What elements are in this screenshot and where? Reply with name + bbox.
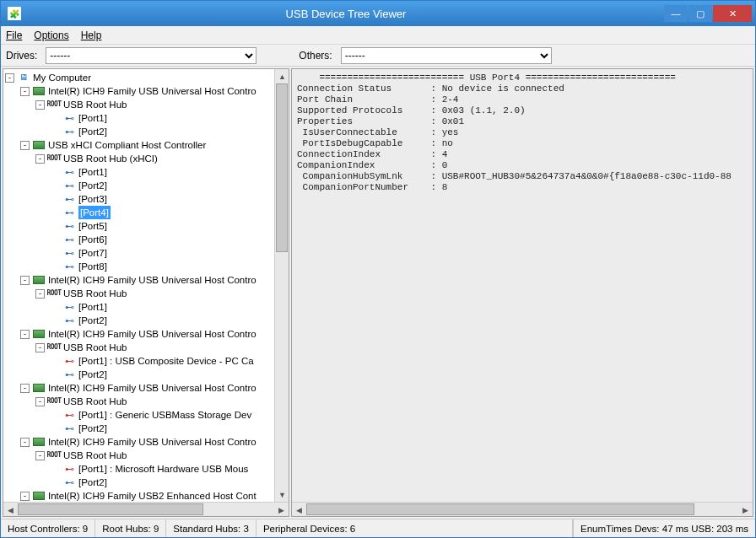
tree-row[interactable]: ⊷[Port5] <box>5 219 274 233</box>
tree-label[interactable]: USB Root Hub <box>63 341 127 354</box>
others-dropdown[interactable]: ------ <box>341 47 552 64</box>
scroll-down-icon[interactable]: ▼ <box>275 487 289 502</box>
device-tree[interactable]: -🖥My Computer-Intel(R) ICH9 Family USB U… <box>3 69 274 502</box>
maximize-button[interactable]: ▢ <box>688 5 712 22</box>
collapse-icon[interactable]: - <box>5 73 14 83</box>
menu-options[interactable]: Options <box>34 30 68 41</box>
menu-file[interactable]: File <box>6 30 22 41</box>
collapse-icon[interactable]: - <box>20 330 30 339</box>
tree-label[interactable]: [Port2] <box>78 368 107 381</box>
tree-label[interactable]: [Port2] <box>78 314 107 327</box>
tree-row[interactable]: -ROOTUSB Root Hub <box>5 341 274 354</box>
tree-label[interactable]: [Port1] : Generic USBMass Storage Dev <box>78 408 251 422</box>
tree-row[interactable]: -🖥My Computer <box>5 71 274 84</box>
tree-label[interactable]: [Port1] : USB Composite Device - PC Ca <box>78 354 254 368</box>
tree-label[interactable]: USB xHCI Compliant Host Controller <box>48 138 206 152</box>
collapse-icon[interactable]: - <box>35 289 45 299</box>
tree-vscrollbar[interactable]: ▲ ▼ <box>274 69 289 502</box>
tree-label[interactable]: [Port2] <box>78 422 107 435</box>
tree-row[interactable]: -USB xHCI Compliant Host Controller <box>5 138 274 152</box>
tree-row[interactable]: -ROOTUSB Root Hub <box>5 395 274 408</box>
scroll-up-icon[interactable]: ▲ <box>275 69 289 83</box>
tree-label[interactable]: [Port8] <box>78 260 107 273</box>
tree-row[interactable]: -ROOTUSB Root Hub <box>5 449 274 462</box>
tree-label[interactable]: Intel(R) ICH9 Family USB Universal Host … <box>48 84 256 98</box>
scroll-thumb[interactable] <box>276 83 288 252</box>
tree-label[interactable]: Intel(R) ICH9 Family USB Universal Host … <box>48 273 256 287</box>
tree-label[interactable]: [Port4] <box>78 206 111 219</box>
tree-row[interactable]: -Intel(R) ICH9 Family USB Universal Host… <box>5 273 274 287</box>
tree-label[interactable]: [Port1] <box>78 165 107 179</box>
collapse-icon[interactable]: - <box>35 100 45 110</box>
tree-label[interactable]: [Port2] <box>78 179 107 192</box>
collapse-icon[interactable]: - <box>20 87 30 96</box>
collapse-icon[interactable]: - <box>35 397 45 406</box>
tree-label[interactable]: USB Root Hub <box>63 287 127 300</box>
tree-row[interactable]: -Intel(R) ICH9 Family USB2 Enhanced Host… <box>5 489 274 502</box>
tree-row[interactable]: ⊷[Port1] <box>5 300 274 314</box>
tree-row[interactable]: ⊷[Port4] <box>5 206 274 219</box>
tree-hscrollbar[interactable]: ◀ ▶ <box>3 502 289 516</box>
tree-label[interactable]: [Port1] <box>78 300 107 314</box>
hscroll-thumb[interactable] <box>306 503 694 515</box>
collapse-icon[interactable]: - <box>20 492 30 501</box>
collapse-icon[interactable]: - <box>20 438 30 447</box>
tree-row[interactable]: ⊷[Port1] <box>5 165 274 179</box>
tree-row[interactable]: ⊷[Port2] <box>5 314 274 327</box>
tree-label[interactable]: [Port2] <box>78 125 107 138</box>
tree-row[interactable]: -ROOTUSB Root Hub <box>5 98 274 111</box>
tree-row[interactable]: -Intel(R) ICH9 Family USB Universal Host… <box>5 381 274 395</box>
tree-label[interactable]: USB Root Hub <box>63 395 127 408</box>
tree-label[interactable]: [Port7] <box>78 246 107 260</box>
collapse-icon[interactable]: - <box>35 343 45 352</box>
tree-row[interactable]: ⊷[Port2] <box>5 125 274 138</box>
tree-row[interactable]: ⊷[Port7] <box>5 246 274 260</box>
collapse-icon[interactable]: - <box>35 451 45 460</box>
scroll-right-icon[interactable]: ▶ <box>738 503 753 517</box>
scroll-left-icon[interactable]: ◀ <box>292 503 306 517</box>
tree-label[interactable]: [Port5] <box>78 219 107 233</box>
tree-label[interactable]: USB Root Hub (xHCI) <box>63 152 158 165</box>
collapse-icon[interactable]: - <box>20 141 30 150</box>
tree-row[interactable]: ⊷[Port8] <box>5 260 274 273</box>
tree-row[interactable]: ⊷[Port2] <box>5 476 274 489</box>
minimize-button[interactable]: — <box>664 5 688 22</box>
collapse-icon[interactable]: - <box>20 384 30 393</box>
hscroll-thumb[interactable] <box>18 503 203 515</box>
tree-label[interactable]: USB Root Hub <box>63 449 127 462</box>
tree-label[interactable]: Intel(R) ICH9 Family USB Universal Host … <box>48 327 256 341</box>
tree-row[interactable]: ⊷[Port1] : Generic USBMass Storage Dev <box>5 408 274 422</box>
scroll-right-icon[interactable]: ▶ <box>274 503 289 517</box>
tree-label[interactable]: [Port2] <box>78 476 107 489</box>
tree-row[interactable]: ⊷[Port2] <box>5 368 274 381</box>
close-button[interactable]: ✕ <box>713 5 752 22</box>
tree-row[interactable]: ⊷[Port2] <box>5 422 274 435</box>
detail-text[interactable]: ========================== USB Port4 ===… <box>292 69 753 502</box>
tree-row[interactable]: ⊷[Port1] : USB Composite Device - PC Ca <box>5 354 274 368</box>
tree-row[interactable]: -Intel(R) ICH9 Family USB Universal Host… <box>5 435 274 449</box>
titlebar[interactable]: 🧩 USB Device Tree Viewer — ▢ ✕ <box>1 1 755 26</box>
tree-row[interactable]: ⊷[Port3] <box>5 192 274 206</box>
tree-row[interactable]: -ROOTUSB Root Hub <box>5 287 274 300</box>
tree-label[interactable]: Intel(R) ICH9 Family USB Universal Host … <box>48 435 256 449</box>
tree-label[interactable]: Intel(R) ICH9 Family USB Universal Host … <box>48 381 256 395</box>
scroll-left-icon[interactable]: ◀ <box>3 503 18 517</box>
collapse-icon[interactable]: - <box>35 154 45 164</box>
tree-label[interactable]: Intel(R) ICH9 Family USB2 Enhanced Host … <box>48 489 256 502</box>
tree-label[interactable]: USB Root Hub <box>63 98 127 111</box>
menu-help[interactable]: Help <box>81 30 102 41</box>
tree-label[interactable]: [Port1] : Microsoft Hardware USB Mous <box>78 462 248 476</box>
tree-label[interactable]: [Port3] <box>78 192 107 206</box>
tree-row[interactable]: ⊷[Port2] <box>5 179 274 192</box>
tree-row[interactable]: ⊷[Port1] <box>5 111 274 125</box>
tree-row[interactable]: -ROOTUSB Root Hub (xHCI) <box>5 152 274 165</box>
tree-label[interactable]: [Port1] <box>78 111 107 125</box>
detail-hscrollbar[interactable]: ◀ ▶ <box>292 502 753 516</box>
tree-label[interactable]: [Port6] <box>78 233 107 246</box>
collapse-icon[interactable]: - <box>20 276 30 285</box>
tree-row[interactable]: ⊷[Port6] <box>5 233 274 246</box>
tree-row[interactable]: ⊷[Port1] : Microsoft Hardware USB Mous <box>5 462 274 476</box>
drives-dropdown[interactable]: ------ <box>46 47 256 64</box>
tree-row[interactable]: -Intel(R) ICH9 Family USB Universal Host… <box>5 84 274 98</box>
tree-label[interactable]: My Computer <box>33 71 91 84</box>
